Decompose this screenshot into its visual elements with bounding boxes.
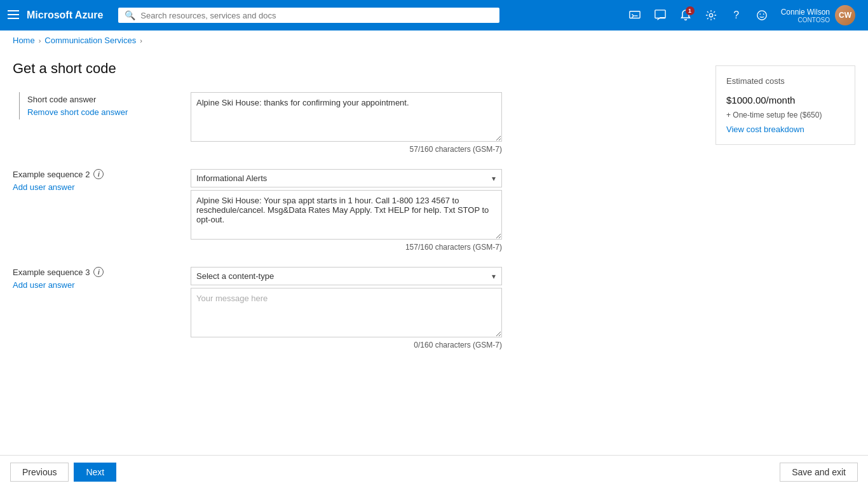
search-icon: 🔍 bbox=[125, 10, 135, 20]
section-container: Short code answer Remove short code answ… bbox=[13, 92, 700, 349]
seq3-textarea[interactable] bbox=[191, 288, 502, 337]
topnav-icons: 1 ? Connie Wilson CONTOSO CW bbox=[623, 3, 860, 28]
short-code-textarea[interactable]: Alpine Ski House: thanks for confirming … bbox=[191, 92, 502, 142]
tree-line: Short code answer Remove short code answ… bbox=[19, 92, 178, 119]
cloud-shell-icon[interactable] bbox=[623, 4, 646, 27]
view-cost-breakdown-link[interactable]: View cost breakdown bbox=[726, 125, 844, 134]
breadcrumb-home[interactable]: Home bbox=[13, 36, 35, 45]
seq2-dropdown-wrap: Informational Alerts Promotional Two-fac… bbox=[191, 169, 502, 187]
cost-card: Estimated costs $1000.00/month + One-tim… bbox=[715, 65, 855, 145]
hamburger-icon[interactable] bbox=[8, 9, 19, 22]
user-org: CONTOSO bbox=[781, 17, 830, 24]
seq2-textarea[interactable]: Alpine Ski House: Your spa appt starts i… bbox=[191, 190, 502, 240]
feedback-icon[interactable] bbox=[649, 4, 672, 27]
cost-label: Estimated costs bbox=[726, 76, 844, 86]
svg-rect-0 bbox=[8, 10, 19, 11]
search-bar[interactable]: 🔍 bbox=[118, 8, 499, 23]
side-panel: Estimated costs $1000.00/month + One-tim… bbox=[715, 60, 855, 445]
form-left-1: Short code answer Remove short code answ… bbox=[13, 92, 178, 119]
short-code-answer-row: Short code answer Remove short code answ… bbox=[13, 92, 700, 154]
brand-logo: Microsoft Azure bbox=[27, 10, 103, 21]
info-icon-seq2: i bbox=[93, 169, 104, 179]
smiley-icon[interactable] bbox=[750, 4, 773, 27]
cost-setup: + One-time setup fee ($650) bbox=[726, 111, 844, 119]
avatar: CW bbox=[835, 5, 855, 25]
user-menu[interactable]: Connie Wilson CONTOSO CW bbox=[776, 3, 860, 28]
bottom-bar: Previous Next Save and exit bbox=[0, 455, 868, 488]
add-user-answer-2[interactable]: Add user answer bbox=[13, 280, 75, 290]
example-seq3-label: Example sequence 3 i bbox=[13, 267, 178, 277]
next-button[interactable]: Next bbox=[74, 463, 116, 482]
form-right-1: Alpine Ski House: thanks for confirming … bbox=[191, 92, 502, 154]
seq2-char-count: 157/160 characters (GSM-7) bbox=[191, 243, 502, 252]
svg-rect-5 bbox=[655, 10, 665, 18]
user-name: Connie Wilson bbox=[781, 8, 830, 17]
add-user-answer-1[interactable]: Add user answer bbox=[13, 182, 75, 192]
svg-rect-2 bbox=[8, 18, 19, 19]
breadcrumb-section[interactable]: Communication Services bbox=[44, 36, 136, 45]
example-seq2-row: Example sequence 2 i Add user answer Inf… bbox=[13, 169, 700, 252]
short-code-char-count: 57/160 characters (GSM-7) bbox=[191, 145, 502, 154]
short-code-answer-label: Short code answer bbox=[27, 95, 178, 104]
svg-rect-1 bbox=[8, 14, 19, 15]
form-right-2: Informational Alerts Promotional Two-fac… bbox=[191, 169, 502, 252]
topnav: Microsoft Azure 🔍 1 ? Connie Wilson CONT… bbox=[0, 0, 868, 30]
form-left-3: Example sequence 3 i Add user answer bbox=[13, 267, 178, 290]
svg-point-7 bbox=[757, 11, 766, 20]
notification-badge: 1 bbox=[686, 6, 695, 15]
svg-point-8 bbox=[759, 13, 761, 15]
breadcrumb-sep-2: › bbox=[140, 37, 142, 44]
breadcrumb-sep-1: › bbox=[39, 37, 41, 44]
cost-period: /month bbox=[766, 95, 796, 105]
svg-point-6 bbox=[709, 13, 712, 17]
seq3-dropdown-wrap: Select a content-type Informational Aler… bbox=[191, 267, 502, 285]
cost-amount: $1000.00/month bbox=[726, 88, 844, 108]
notifications-icon[interactable]: 1 bbox=[674, 4, 697, 27]
page-title: Get a short code bbox=[13, 60, 700, 77]
svg-rect-3 bbox=[630, 11, 640, 18]
breadcrumb: Home › Communication Services › bbox=[0, 30, 868, 50]
main-content: Get a short code Short code answer Remov… bbox=[0, 50, 868, 455]
save-exit-button[interactable]: Save and exit bbox=[780, 463, 858, 482]
search-input[interactable] bbox=[140, 11, 493, 20]
seq3-dropdown[interactable]: Select a content-type Informational Aler… bbox=[191, 267, 502, 285]
example-seq3-row: Example sequence 3 i Add user answer Sel… bbox=[13, 267, 700, 349]
settings-icon[interactable] bbox=[700, 4, 722, 27]
previous-button[interactable]: Previous bbox=[10, 463, 69, 482]
example-seq2-label: Example sequence 2 i bbox=[13, 169, 178, 179]
seq3-char-count: 0/160 characters (GSM-7) bbox=[191, 341, 502, 349]
form-right-3: Select a content-type Informational Aler… bbox=[191, 267, 502, 349]
remove-short-code-link[interactable]: Remove short code answer bbox=[27, 107, 128, 117]
help-icon[interactable]: ? bbox=[725, 4, 748, 27]
form-left-2: Example sequence 2 i Add user answer bbox=[13, 169, 178, 192]
seq2-dropdown[interactable]: Informational Alerts Promotional Two-fac… bbox=[191, 169, 502, 187]
form-area: Get a short code Short code answer Remov… bbox=[13, 60, 700, 445]
info-icon-seq3: i bbox=[93, 267, 104, 277]
svg-point-9 bbox=[763, 13, 764, 15]
